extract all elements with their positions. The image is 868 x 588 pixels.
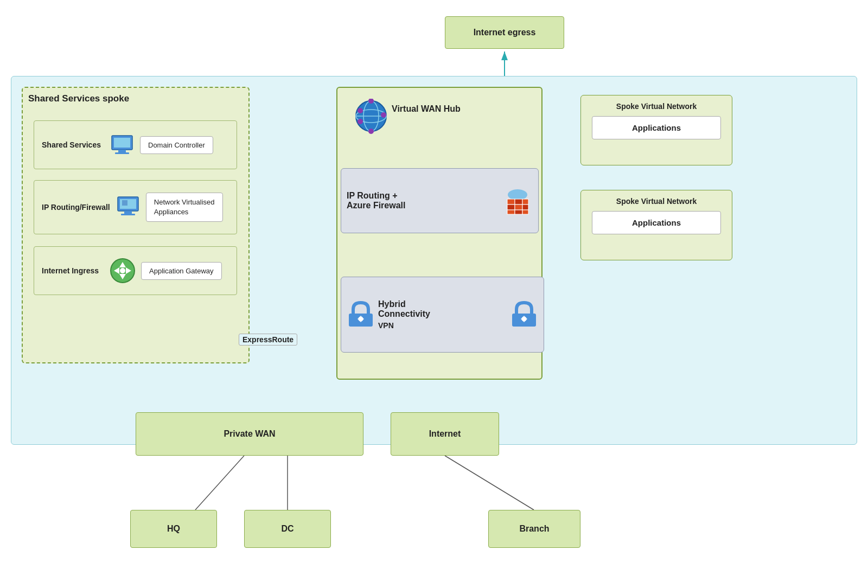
hybrid-text-block: HybridConnectivity VPN bbox=[378, 299, 507, 330]
internet-egress-label: Internet egress bbox=[474, 28, 536, 37]
svg-rect-42 bbox=[522, 199, 528, 204]
globe-icon-container bbox=[354, 99, 389, 136]
branch-label: Branch bbox=[519, 524, 549, 534]
dc-label: DC bbox=[281, 524, 293, 534]
svg-point-35 bbox=[358, 119, 363, 124]
domain-controller-box: Domain Controller bbox=[140, 136, 213, 154]
nva-label: Network VirtualisedAppliances bbox=[154, 198, 215, 216]
hybrid-title: HybridConnectivity bbox=[378, 299, 507, 319]
expressroute-label: ExpressRoute bbox=[239, 334, 297, 346]
internet-label: Internet bbox=[429, 429, 461, 439]
svg-line-12 bbox=[195, 456, 244, 510]
svg-rect-47 bbox=[515, 210, 522, 214]
internet-box: Internet bbox=[391, 412, 499, 456]
svg-rect-17 bbox=[118, 150, 126, 152]
computer-icon-2 bbox=[116, 194, 141, 221]
internet-egress-box: Internet egress bbox=[445, 16, 564, 49]
branch-box: Branch bbox=[488, 510, 580, 548]
ip-routing-azure-label: IP Routing +Azure Firewall bbox=[347, 191, 497, 210]
hq-box: HQ bbox=[130, 510, 217, 548]
hybrid-connectivity-box: HybridConnectivity VPN bbox=[341, 277, 544, 353]
domain-controller-label: Domain Controller bbox=[148, 141, 205, 149]
computer-icon-1 bbox=[110, 132, 135, 157]
spoke-vnet-1-apps-label: Applications bbox=[632, 123, 681, 132]
internet-ingress-label: Internet Ingress bbox=[42, 266, 104, 275]
vwan-hub-label: Virtual WAN Hub bbox=[392, 104, 461, 114]
ip-routing-row: IP Routing/Firewall Network VirtualisedA… bbox=[34, 180, 237, 234]
svg-rect-18 bbox=[115, 152, 129, 154]
svg-rect-45 bbox=[522, 204, 528, 210]
svg-rect-22 bbox=[121, 214, 135, 215]
shared-services-spoke-title: Shared Services spoke bbox=[23, 88, 248, 104]
svg-point-39 bbox=[508, 189, 527, 200]
dc-box: DC bbox=[244, 510, 331, 548]
svg-rect-23 bbox=[122, 200, 127, 206]
hybrid-vpn-label: VPN bbox=[378, 321, 507, 330]
shared-services-label: Shared Services bbox=[42, 140, 104, 149]
app-gateway-label: Application Gateway bbox=[149, 267, 214, 275]
svg-point-34 bbox=[358, 108, 363, 113]
azure-firewall-icon bbox=[503, 186, 533, 216]
svg-rect-16 bbox=[114, 138, 130, 148]
svg-rect-43 bbox=[507, 204, 515, 210]
globe-icon bbox=[354, 99, 389, 134]
private-wan-box: Private WAN bbox=[136, 412, 363, 456]
spoke-vnet-1-apps: Applications bbox=[592, 116, 721, 139]
svg-rect-41 bbox=[515, 199, 522, 204]
private-wan-label: Private WAN bbox=[224, 429, 275, 439]
svg-rect-21 bbox=[124, 211, 132, 214]
hq-label: HQ bbox=[167, 524, 180, 534]
internet-ingress-row: Internet Ingress Application Gateway bbox=[34, 246, 237, 295]
shared-services-spoke: Shared Services spoke Shared Services Do… bbox=[22, 87, 250, 363]
green-arrow-icon bbox=[110, 258, 136, 284]
spoke-vnet-2-label: Spoke Virtual Network bbox=[581, 190, 732, 206]
svg-line-14 bbox=[445, 456, 534, 510]
spoke-vnet-2-apps: Applications bbox=[592, 211, 721, 234]
spoke-vnet-1-label: Spoke Virtual Network bbox=[581, 95, 732, 111]
shared-services-row: Shared Services Domain Controller bbox=[34, 120, 237, 169]
nva-box: Network VirtualisedAppliances bbox=[146, 193, 223, 222]
lock-icon-left bbox=[347, 301, 375, 329]
spoke-vnet-1: Spoke Virtual Network Applications bbox=[580, 95, 732, 165]
spoke-vnet-2-apps-label: Applications bbox=[632, 218, 681, 227]
svg-point-29 bbox=[120, 268, 125, 273]
spoke-vnet-2: Spoke Virtual Network Applications bbox=[580, 190, 732, 260]
diagram-container: Internet egress Shared Services spoke Sh… bbox=[0, 0, 868, 588]
svg-rect-44 bbox=[515, 204, 522, 210]
lock-icon-right bbox=[510, 301, 538, 329]
svg-point-38 bbox=[368, 129, 374, 134]
ip-routing-azure-box: IP Routing +Azure Firewall bbox=[341, 168, 539, 233]
app-gateway-box: Application Gateway bbox=[141, 262, 222, 280]
svg-point-36 bbox=[381, 112, 386, 118]
svg-rect-48 bbox=[522, 210, 528, 214]
svg-rect-40 bbox=[507, 199, 515, 204]
svg-rect-46 bbox=[507, 210, 515, 214]
ip-routing-firewall-label: IP Routing/Firewall bbox=[42, 203, 110, 212]
